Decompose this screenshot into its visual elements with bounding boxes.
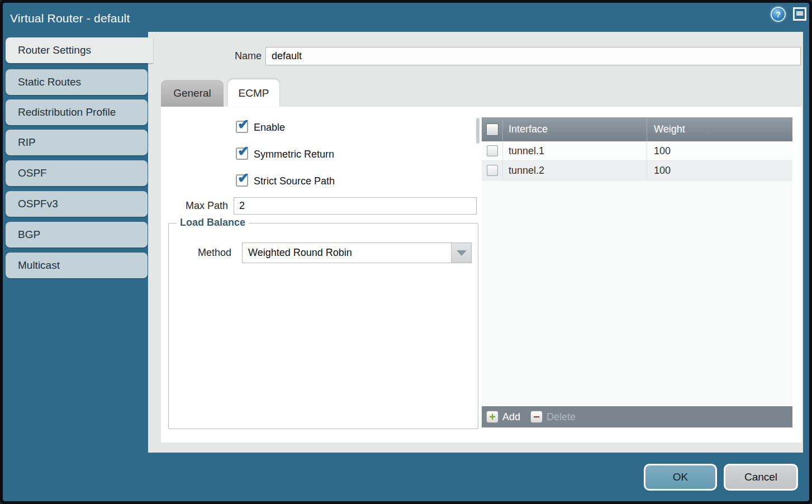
weight-cell: 100	[647, 141, 792, 160]
max-path-label: Max Path	[161, 197, 228, 214]
name-input[interactable]	[265, 47, 801, 65]
table-header: Interface Weight	[482, 117, 792, 141]
tab-general[interactable]: General	[161, 80, 224, 107]
content-panel: Name General ECMP ✔ Enable ✔ Symmetric R…	[148, 32, 803, 453]
help-icon[interactable]: ?	[771, 7, 786, 22]
interface-cell: tunnel.1	[503, 141, 647, 160]
ok-label: OK	[673, 471, 688, 483]
method-label: Method	[169, 243, 231, 263]
enable-checkbox[interactable]: ✔	[236, 121, 248, 133]
strict-source-path-label: Strict Source Path	[254, 174, 335, 187]
method-selected-value: Weighted Round Robin	[248, 243, 352, 263]
interface-cell: tunnel.2	[503, 161, 647, 180]
symmetric-return-label: Symmetric Return	[254, 148, 334, 160]
cancel-label: Cancel	[744, 471, 777, 483]
sidebar-item-router-settings[interactable]: Router Settings	[6, 37, 153, 63]
delete-icon[interactable]: −	[530, 411, 543, 423]
ecmp-interface-table: Interface Weight tunnel.1 100	[482, 117, 792, 427]
table-row[interactable]: tunnel.2 100	[482, 161, 792, 180]
form-scrollbar-thumb[interactable]	[476, 118, 479, 144]
tab-label: General	[173, 87, 211, 99]
row-checkbox[interactable]	[487, 145, 498, 156]
method-select[interactable]: Weighted Round Robin	[242, 243, 472, 263]
sidebar-item-ospfv3[interactable]: OSPFv3	[6, 191, 148, 217]
checkmark-icon: ✔	[238, 116, 249, 132]
sidebar-item-label: RIP	[18, 136, 36, 148]
weight-cell: 100	[647, 161, 792, 180]
sidebar-item-redistribution-profile[interactable]: Redistribution Profile	[6, 99, 148, 125]
checkmark-icon: ✔	[238, 170, 249, 186]
minus-glyph: −	[533, 412, 540, 421]
select-all-checkbox[interactable]	[486, 123, 498, 136]
tab-label: ECMP	[239, 87, 269, 99]
symmetric-return-checkbox[interactable]: ✔	[236, 148, 248, 160]
sidebar-item-label: Static Routes	[18, 76, 81, 88]
row-checkbox-cell	[482, 141, 503, 160]
cancel-button[interactable]: Cancel	[724, 464, 798, 491]
name-label: Name	[206, 47, 262, 65]
row-checkbox[interactable]	[487, 165, 498, 176]
sidebar-item-static-routes[interactable]: Static Routes	[6, 69, 148, 95]
virtual-router-dialog: Virtual Router - default ? Router Settin…	[3, 3, 809, 501]
column-header-interface[interactable]: Interface	[503, 117, 647, 141]
table-empty-area	[482, 180, 792, 406]
table-toolbar: + Add − Delete	[482, 406, 792, 427]
ecmp-tab-content: ✔ Enable ✔ Symmetric Return ✔ Strict Sou…	[161, 107, 802, 443]
sidebar-item-bgp[interactable]: BGP	[6, 222, 148, 248]
tab-ecmp[interactable]: ECMP	[228, 79, 279, 107]
enable-label: Enable	[254, 121, 285, 133]
sidebar-item-multicast[interactable]: Multicast	[6, 253, 148, 278]
help-glyph: ?	[776, 10, 781, 19]
sidebar-item-label: Multicast	[18, 259, 60, 271]
sidebar-item-label: OSPFv3	[18, 198, 58, 210]
column-header-weight[interactable]: Weight	[647, 117, 792, 141]
chevron-down-icon	[457, 250, 467, 256]
load-balance-legend: Load Balance	[177, 217, 249, 229]
sidebar-item-rip[interactable]: RIP	[6, 130, 148, 155]
add-button[interactable]: Add	[502, 411, 520, 423]
add-icon[interactable]: +	[486, 411, 498, 423]
window-frame: Virtual Router - default ? Router Settin…	[0, 0, 812, 504]
sidebar-item-label: OSPF	[18, 167, 47, 179]
checkmark-icon: ✔	[238, 143, 249, 159]
ok-button[interactable]: OK	[644, 464, 717, 491]
sidebar-item-label: BGP	[18, 229, 40, 240]
delete-button[interactable]: Delete	[547, 411, 576, 423]
window-restore-icon[interactable]	[793, 7, 806, 21]
window-restore-inner	[796, 11, 803, 16]
sidebar-item-label: Redistribution Profile	[18, 106, 116, 118]
sidebar-item-ospf[interactable]: OSPF	[6, 160, 148, 186]
table-row[interactable]: tunnel.1 100	[482, 141, 792, 161]
method-dropdown-button[interactable]	[451, 243, 471, 263]
header-checkbox-cell	[482, 117, 503, 141]
row-checkbox-cell	[482, 161, 503, 180]
max-path-input[interactable]	[234, 197, 477, 215]
plus-glyph: +	[489, 412, 496, 422]
sidebar-item-label: Router Settings	[18, 44, 91, 56]
load-balance-group: Load Balance Method Weighted Round Robin	[168, 223, 478, 429]
dialog-title: Virtual Router - default	[10, 8, 130, 28]
strict-source-path-checkbox[interactable]: ✔	[236, 174, 248, 187]
